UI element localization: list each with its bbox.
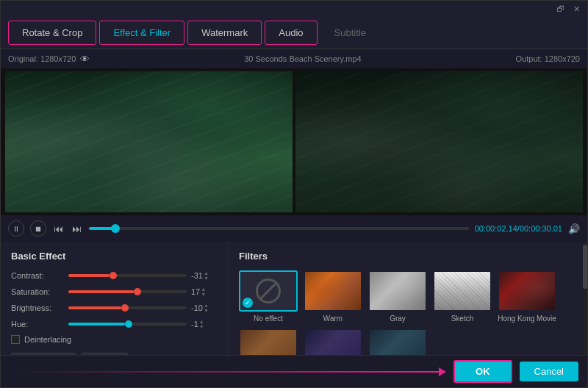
contrast-value: -31 ▲▼ <box>191 270 218 281</box>
saturation-spinner[interactable]: ▲▼ <box>201 287 206 297</box>
brightness-row: Brightness: -10 ▲▼ <box>11 303 218 313</box>
prev-frame-button[interactable]: ⏮ <box>52 223 65 234</box>
footer: OK Cancel <box>1 355 587 387</box>
filter-label-no-effect: No effect <box>254 315 283 323</box>
filter-gray[interactable]: Gray <box>368 270 427 323</box>
contrast-fill <box>68 274 110 277</box>
contrast-row: Contrast: -31 ▲▼ <box>11 270 218 281</box>
deinterlacing-label: Deinterlacing <box>24 335 71 344</box>
volume-icon[interactable]: 🔊 <box>568 223 580 234</box>
video-info-bar: Original: 1280x720 👁 30 Seconds Beach Sc… <box>1 49 587 68</box>
progress-track[interactable] <box>89 227 469 230</box>
contrast-thumb[interactable] <box>110 272 117 279</box>
play-pause-button[interactable]: ⏸ <box>8 220 24 237</box>
filters-title: Filters <box>239 251 573 262</box>
playback-bar: ⏸ ⏹ ⏮ ⏭ 00:00:02.14/00:00:30.01 🔊 <box>1 215 587 242</box>
original-info: Original: 1280x720 👁 <box>8 54 90 65</box>
brightness-fill <box>68 306 121 309</box>
output-resolution: Output: 1280x720 <box>516 54 580 63</box>
filter-no-effect[interactable]: ✓ No effect <box>239 270 298 323</box>
saturation-label: Saturation: <box>11 287 64 296</box>
filter-warm[interactable]: Warm <box>304 270 362 323</box>
original-preview <box>5 71 293 212</box>
tab-audio[interactable]: Audio <box>265 21 317 45</box>
filter-row2-f1[interactable] <box>239 328 298 355</box>
arrow-line <box>10 371 439 373</box>
brightness-label: Brightness: <box>11 303 64 312</box>
filter-label-gray: Gray <box>390 315 406 323</box>
filter-thumb-row2-f3 <box>368 328 427 355</box>
scroll-thumb <box>583 245 587 289</box>
tab-watermark[interactable]: Watermark <box>187 21 262 45</box>
saturation-slider[interactable] <box>68 290 187 293</box>
filter-row2-f3[interactable] <box>368 328 427 355</box>
minimize-button[interactable]: 🗗 <box>555 4 565 14</box>
brightness-spinner[interactable]: ▲▼ <box>204 303 209 313</box>
title-bar: 🗗 ✕ <box>1 1 587 17</box>
contrast-label: Contrast: <box>11 271 64 280</box>
tab-rotate-crop[interactable]: Rotate & Crop <box>8 21 96 45</box>
saturation-value: 17 ▲▼ <box>191 287 218 297</box>
hue-row: Hue: -1 ▲▼ <box>11 319 218 329</box>
hue-spinner[interactable]: ▲▼ <box>199 319 204 329</box>
hue-value: -1 ▲▼ <box>191 319 218 329</box>
tab-subtitle[interactable]: Subtitle <box>320 21 380 45</box>
output-preview <box>295 71 583 212</box>
saturation-row: Saturation: 17 ▲▼ <box>11 287 218 297</box>
contrast-spinner[interactable]: ▲▼ <box>204 270 209 281</box>
app-container: 🗗 ✕ Rotate & Crop Effect & Filter Waterm… <box>0 0 588 388</box>
contrast-slider[interactable] <box>68 274 187 277</box>
tabs-bar: Rotate & Crop Effect & Filter Watermark … <box>1 17 587 49</box>
saturation-fill <box>68 290 134 293</box>
eye-icon[interactable]: 👁 <box>80 54 90 65</box>
filter-thumb-row2-f1 <box>239 328 298 355</box>
next-frame-button[interactable]: ⏭ <box>71 223 83 234</box>
original-resolution: Original: 1280x720 <box>8 54 76 63</box>
filter-thumb-no-effect: ✓ <box>239 270 298 312</box>
close-button[interactable]: ✕ <box>571 4 581 14</box>
filter-label-hong-kong: Hong Kong Movie <box>498 315 556 323</box>
filter-thumb-warm <box>304 270 362 312</box>
filters-scrollbar[interactable] <box>583 242 587 355</box>
saturation-thumb[interactable] <box>134 288 141 295</box>
deinterlacing-row: Deinterlacing <box>11 335 218 344</box>
time-display: 00:00:02.14/00:00:30.01 <box>475 224 562 233</box>
brightness-slider[interactable] <box>68 306 187 309</box>
filename: 30 Seconds Beach Scenery.mp4 <box>244 54 361 63</box>
brightness-thumb[interactable] <box>121 304 129 312</box>
video-previews <box>1 68 587 215</box>
filter-thumb-sketch <box>433 270 492 312</box>
footer-arrow <box>10 367 446 376</box>
selected-check-icon: ✓ <box>243 298 253 308</box>
filter-hong-kong[interactable]: Hong Kong Movie <box>498 270 556 323</box>
basic-effect-panel: Basic Effect Contrast: -31 ▲▼ Saturation… <box>1 242 229 355</box>
filter-row2-f2[interactable] <box>304 328 362 355</box>
basic-effect-title: Basic Effect <box>11 251 218 262</box>
hue-label: Hue: <box>11 320 64 328</box>
hue-slider[interactable] <box>68 323 187 326</box>
filters-grid: ✓ No effect Warm Gray <box>239 270 573 355</box>
bottom-panel: Basic Effect Contrast: -31 ▲▼ Saturation… <box>1 242 587 355</box>
stop-button[interactable]: ⏹ <box>30 220 46 237</box>
deinterlacing-checkbox[interactable] <box>11 335 20 344</box>
filter-sketch[interactable]: Sketch <box>433 270 492 323</box>
brightness-value: -10 ▲▼ <box>191 303 218 313</box>
filters-panel: Filters ✓ No effect <box>229 242 583 355</box>
arrow-head-icon <box>439 367 446 376</box>
cancel-button[interactable]: Cancel <box>520 362 578 381</box>
progress-thumb[interactable] <box>111 224 120 233</box>
tab-effect-filter[interactable]: Effect & Filter <box>99 21 184 45</box>
no-symbol-icon <box>256 279 281 303</box>
filter-label-warm: Warm <box>323 315 343 323</box>
filter-thumb-row2-f2 <box>304 328 362 355</box>
filter-thumb-hong-kong <box>498 270 556 312</box>
hue-fill <box>68 323 125 326</box>
ok-button[interactable]: OK <box>453 360 512 383</box>
filter-label-sketch: Sketch <box>451 315 474 323</box>
hue-thumb[interactable] <box>125 320 132 328</box>
filter-thumb-gray <box>368 270 427 312</box>
